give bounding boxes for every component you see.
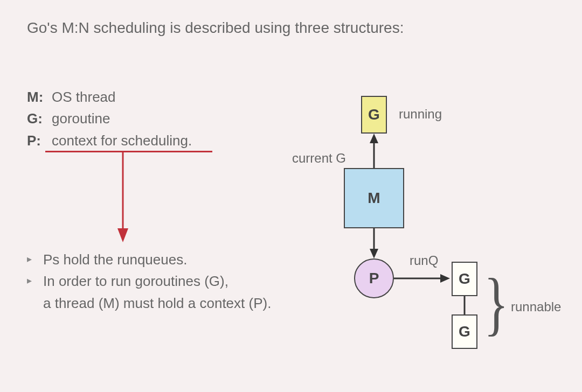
definition-val-p: context for scheduling. bbox=[52, 130, 192, 151]
m-node-label: M bbox=[368, 190, 380, 207]
definition-row: G: goroutine bbox=[27, 108, 192, 129]
arrow-p-to-queue-icon bbox=[394, 273, 453, 289]
g-node-label: G bbox=[368, 106, 380, 123]
g-node-queue: G bbox=[452, 314, 477, 349]
label-runq: runQ bbox=[410, 253, 438, 268]
g-node-queue: G bbox=[452, 262, 477, 296]
bullet-item: ▸ In order to run goroutines (G), bbox=[27, 270, 271, 292]
title: Go's M:N scheduling is described using t… bbox=[27, 19, 404, 37]
bullet-list: ▸ Ps hold the runqueues. ▸ In order to r… bbox=[27, 249, 271, 314]
svg-marker-7 bbox=[440, 274, 450, 283]
definition-key-p: P: bbox=[27, 130, 52, 151]
definition-val-g: goroutine bbox=[52, 108, 110, 129]
triangle-bullet-icon: ▸ bbox=[27, 270, 43, 292]
svg-marker-5 bbox=[370, 249, 378, 258]
bullet-item: ▸ Ps hold the runqueues. bbox=[27, 249, 271, 270]
svg-marker-3 bbox=[370, 134, 378, 143]
triangle-bullet-icon: ▸ bbox=[27, 249, 43, 270]
arrow-m-to-p-icon bbox=[369, 228, 385, 261]
bullet-text-continuation: a thread (M) must hold a context (P). bbox=[27, 292, 271, 314]
definition-row: P: context for scheduling. bbox=[27, 130, 192, 151]
p-node-label: P bbox=[369, 270, 379, 287]
label-running: running bbox=[399, 107, 442, 122]
brace-icon: } bbox=[484, 262, 509, 344]
p-node: P bbox=[354, 258, 394, 298]
m-node: M bbox=[344, 168, 404, 228]
definition-key-m: M: bbox=[27, 86, 52, 108]
g-node-label: G bbox=[459, 270, 470, 288]
g-node-label: G bbox=[459, 323, 470, 340]
callout-arrow-icon bbox=[117, 152, 139, 243]
definition-val-m: OS thread bbox=[52, 86, 116, 108]
svg-marker-1 bbox=[117, 228, 128, 242]
bullet-text: In order to run goroutines (G), bbox=[43, 270, 228, 292]
bullet-text: Ps hold the runqueues. bbox=[43, 249, 187, 270]
definition-row: M: OS thread bbox=[27, 86, 192, 108]
g-node-running: G bbox=[361, 96, 387, 134]
definition-key-g: G: bbox=[27, 108, 52, 129]
label-runnable: runnable bbox=[511, 299, 561, 314]
label-current-g: current G bbox=[292, 151, 346, 166]
arrow-m-to-g-icon bbox=[369, 134, 385, 171]
definitions-list: M: OS thread G: goroutine P: context for… bbox=[27, 86, 192, 151]
